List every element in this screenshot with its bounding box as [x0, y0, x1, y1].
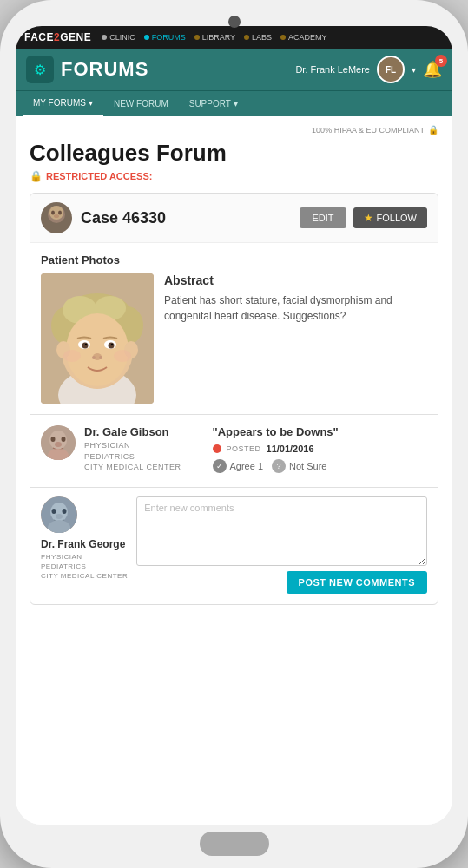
- case-actions: EDIT ★ FOLLOW: [300, 207, 427, 228]
- comment-content: "Appears to be Downs" POSTED 11/01/2016 …: [213, 425, 428, 473]
- svg-point-19: [82, 343, 89, 349]
- camera-dot: [228, 16, 241, 28]
- svg-point-32: [55, 442, 62, 447]
- nav-item-forums[interactable]: FORUMS: [144, 33, 186, 42]
- notification-bell[interactable]: 🔔 5: [423, 60, 442, 79]
- svg-point-27: [114, 350, 131, 362]
- patient-photos-label: Patient Photos: [41, 253, 427, 266]
- case-avatar: [41, 202, 72, 233]
- case-number: Case 46330: [81, 209, 166, 227]
- new-commenter-avatar: [41, 496, 77, 533]
- svg-point-2: [51, 211, 55, 215]
- home-button[interactable]: [200, 832, 269, 856]
- post-comment-button[interactable]: POST NEW COMMENTS: [287, 571, 427, 594]
- commenter-info: Dr. Gale Gibson PHYSICIAN PEDIATRICS CIT…: [84, 425, 204, 473]
- chevron-down-icon: ▾: [234, 99, 238, 108]
- forums-logo: ⚙ FORUMS: [26, 56, 148, 83]
- follow-button[interactable]: ★ FOLLOW: [353, 207, 427, 228]
- svg-point-14: [66, 313, 129, 386]
- svg-point-26: [63, 350, 81, 362]
- patient-content: Abstract Patient has short stature, faci…: [41, 273, 427, 404]
- sub-navigation: MY FORUMS ▾ NEW FORUM SUPPORT ▾: [16, 90, 452, 116]
- post-info: POSTED 11/01/2016: [213, 444, 428, 454]
- new-comment-section: Dr. Frank George PHYSICIAN PEDIATRICS CI…: [30, 487, 438, 604]
- abstract-section: Abstract Patient has short stature, faci…: [164, 273, 427, 324]
- new-comment-right: POST NEW COMMENTS: [136, 496, 427, 594]
- sub-nav-my-forums[interactable]: MY FORUMS ▾: [23, 91, 103, 116]
- user-avatar[interactable]: FL: [377, 56, 405, 83]
- comment-actions: ✓ Agree 1 ? Not Sure: [213, 459, 428, 473]
- check-icon: ✓: [213, 459, 227, 473]
- screen: FACE2GENE CLINIC FORUMS LIBRARY LABS: [16, 26, 452, 825]
- svg-point-3: [58, 211, 62, 215]
- comment-section: Dr. Gale Gibson PHYSICIAN PEDIATRICS CIT…: [30, 414, 438, 487]
- nav-items: CLINIC FORUMS LIBRARY LABS ACADEMY: [102, 33, 326, 42]
- main-content: 100% HIPAA & EU COMPLIANT 🔒 Colleagues F…: [16, 116, 452, 825]
- forums-logo-icon: ⚙: [26, 56, 54, 83]
- svg-point-22: [111, 344, 113, 345]
- nav-item-labs[interactable]: LABS: [244, 33, 272, 42]
- restricted-label: 🔒 RESTRICTED ACCESS:: [30, 170, 438, 182]
- edit-button[interactable]: EDIT: [300, 207, 346, 228]
- new-commenter-info: Dr. Frank George PHYSICIAN PEDIATRICS CI…: [41, 496, 128, 594]
- posted-label: POSTED: [227, 444, 261, 453]
- svg-point-31: [62, 437, 66, 442]
- post-date: 11/01/2016: [267, 444, 314, 454]
- lock-icon: 🔒: [428, 125, 438, 135]
- svg-point-36: [52, 509, 56, 514]
- forums-header: ⚙ FORUMS Dr. Frank LeMere FL ▾ 🔔 5: [16, 49, 452, 90]
- new-commenter-name: Dr. Frank George: [41, 538, 125, 550]
- nav-item-clinic[interactable]: CLINIC: [102, 33, 135, 42]
- new-commenter-title: PHYSICIAN PEDIATRICS CITY MEDICAL CENTER: [41, 552, 128, 582]
- nav-item-academy[interactable]: ACADEMY: [280, 33, 327, 42]
- page-title: Colleagues Forum: [30, 140, 438, 167]
- sub-nav-new-forum[interactable]: NEW FORUM: [103, 92, 179, 115]
- question-icon: ?: [272, 459, 286, 473]
- case-card: Case 46330 EDIT ★ FOLLOW Patient Photos: [30, 193, 438, 605]
- patient-photo: [41, 273, 154, 404]
- chevron-down-icon[interactable]: ▾: [412, 65, 416, 75]
- commenter-avatar: [41, 425, 76, 460]
- agree-button[interactable]: ✓ Agree 1: [213, 459, 264, 473]
- case-header-left: Case 46330: [41, 202, 166, 233]
- top-navigation: FACE2GENE CLINIC FORUMS LIBRARY LABS: [16, 26, 452, 49]
- user-name: Dr. Frank LeMere: [295, 64, 370, 75]
- case-header: Case 46330 EDIT ★ FOLLOW: [30, 194, 438, 243]
- forums-title: FORUMS: [61, 58, 148, 81]
- chevron-down-icon: ▾: [89, 98, 93, 108]
- abstract-text: Patient has short stature, facial dysmor…: [164, 293, 427, 324]
- lock-red-icon: 🔒: [30, 170, 43, 182]
- nav-item-library[interactable]: LIBRARY: [194, 33, 235, 42]
- hipaa-notice: 100% HIPAA & EU COMPLIANT 🔒: [30, 125, 438, 135]
- commenter-name: Dr. Gale Gibson: [84, 425, 204, 438]
- app-logo: FACE2GENE: [24, 31, 91, 43]
- svg-point-20: [109, 343, 115, 349]
- new-comment-row: Dr. Frank George PHYSICIAN PEDIATRICS CI…: [41, 496, 427, 594]
- commenter-title: PHYSICIAN PEDIATRICS CITY MEDICAL CENTER: [84, 440, 204, 473]
- svg-point-24: [92, 356, 96, 359]
- star-icon: ★: [364, 212, 373, 224]
- case-body: Patient Photos: [30, 243, 438, 414]
- svg-point-25: [99, 356, 102, 359]
- svg-point-37: [63, 509, 67, 514]
- comment-input[interactable]: [136, 496, 427, 566]
- svg-point-30: [51, 437, 56, 442]
- svg-point-21: [85, 344, 87, 345]
- sub-nav-support[interactable]: SUPPORT ▾: [179, 92, 248, 115]
- svg-point-4: [54, 214, 59, 218]
- comment-row: Dr. Gale Gibson PHYSICIAN PEDIATRICS CIT…: [41, 425, 427, 473]
- abstract-title: Abstract: [164, 273, 427, 287]
- comment-quote: "Appears to be Downs": [213, 425, 428, 438]
- user-info: Dr. Frank LeMere FL ▾ 🔔 5: [295, 56, 442, 83]
- notification-badge: 5: [435, 55, 447, 67]
- not-sure-button[interactable]: ? Not Sure: [272, 459, 326, 473]
- post-status-dot: [213, 444, 221, 453]
- svg-point-38: [56, 514, 63, 519]
